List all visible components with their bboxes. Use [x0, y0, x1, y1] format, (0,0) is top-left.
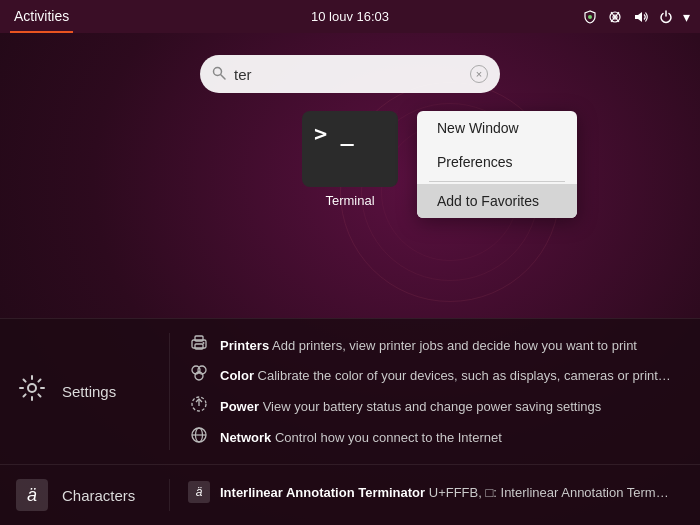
power-settings-icon [188, 395, 210, 417]
list-item[interactable]: Printers Add printers, view printer jobs… [188, 333, 682, 357]
color-icon [188, 364, 210, 386]
search-input[interactable]: ter [234, 66, 462, 83]
search-container: ter × [0, 33, 700, 93]
characters-section-header: ä Characters [0, 479, 170, 511]
list-item[interactable]: ä Interlinear Annotation Terminator U+FF… [188, 479, 682, 505]
network-icon[interactable] [607, 10, 623, 24]
list-item[interactable]: Network Control how you connect to the I… [188, 424, 682, 450]
svg-line-7 [221, 74, 225, 78]
svg-point-8 [28, 384, 36, 392]
settings-section-header: Settings [0, 333, 170, 450]
char-result-text: Interlinear Annotation Terminator U+FFFB… [220, 485, 669, 500]
network-text: Network Control how you connect to the I… [220, 430, 502, 445]
color-text: Color Calibrate the color of your device… [220, 368, 671, 383]
context-menu: New Window Preferences Add to Favorites [417, 111, 577, 218]
ctx-preferences[interactable]: Preferences [417, 145, 577, 179]
svg-marker-5 [635, 12, 642, 22]
speaker-icon[interactable] [633, 10, 649, 24]
svg-point-12 [203, 342, 205, 344]
ctx-add-to-favorites[interactable]: Add to Favorites [417, 184, 577, 218]
characters-section-name: Characters [62, 487, 135, 504]
bottom-sections: Settings Printers Add printers, view [0, 318, 700, 525]
results-area: Terminal New Window Preferences Add to F… [0, 111, 700, 208]
activities-button[interactable]: Activities [10, 0, 73, 33]
search-clear-button[interactable]: × [470, 65, 488, 83]
svg-point-0 [588, 15, 592, 19]
dropdown-icon[interactable]: ▾ [683, 9, 690, 25]
shield-icon[interactable] [583, 10, 597, 24]
topbar: Activities 10 louv 16:03 [0, 0, 700, 33]
characters-results: ä Interlinear Annotation Terminator U+FF… [170, 479, 700, 511]
terminal-icon [302, 111, 398, 187]
characters-icon: ä [16, 479, 48, 511]
terminal-label: Terminal [325, 193, 374, 208]
settings-section-name: Settings [62, 383, 116, 400]
settings-icon [16, 374, 48, 409]
char-result-icon: ä [188, 481, 210, 503]
terminal-app-item[interactable]: Terminal New Window Preferences Add to F… [302, 111, 398, 208]
settings-results: Printers Add printers, view printer jobs… [170, 333, 700, 450]
search-box[interactable]: ter × [200, 55, 500, 93]
clock: 10 louv 16:03 [311, 9, 389, 24]
printers-text: Printers Add printers, view printer jobs… [220, 338, 637, 353]
main-background: ter × Terminal New Window Preferences Ad… [0, 33, 700, 525]
power-icon[interactable] [659, 10, 673, 24]
power-text: Power View your battery status and chang… [220, 399, 601, 414]
network-settings-icon [188, 426, 210, 448]
printers-icon [188, 335, 210, 355]
ctx-divider [429, 181, 565, 182]
characters-section: ä Characters ä Interlinear Annotation Te… [0, 464, 700, 525]
settings-section: Settings Printers Add printers, view [0, 318, 700, 464]
system-icons: ▾ [583, 9, 690, 25]
list-item[interactable]: Color Calibrate the color of your device… [188, 362, 682, 388]
list-item[interactable]: Power View your battery status and chang… [188, 393, 682, 419]
ctx-new-window[interactable]: New Window [417, 111, 577, 145]
search-icon [212, 66, 226, 83]
